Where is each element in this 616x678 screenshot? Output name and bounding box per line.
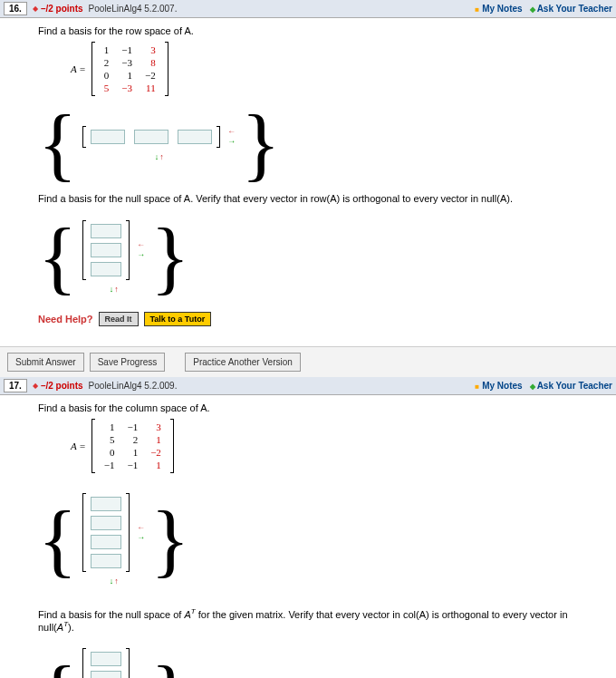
- remove-row-icon[interactable]: ↑: [159, 153, 164, 161]
- remove-row-icon[interactable]: ↑: [114, 577, 119, 586]
- vector-bracket: [82, 126, 220, 148]
- matrix-display: A = 1−13 521 01−2 −1−11: [71, 419, 605, 473]
- remove-col-icon[interactable]: ←: [227, 128, 236, 136]
- question-17-header: 17. ◆ –/2 points PooleLinAlg4 5.2.009. ■…: [0, 377, 616, 395]
- note-icon: ■: [475, 5, 479, 14]
- col-vec-input[interactable]: [91, 535, 121, 549]
- points-label: –/2 points: [41, 4, 83, 14]
- null-at-input[interactable]: [91, 652, 121, 666]
- null-space-answer: { ← → ↓ ↑ }: [38, 211, 605, 303]
- matrix-brackets: 1−13 521 01−2 −1−11: [91, 419, 174, 473]
- matrix-label: A =: [71, 441, 86, 451]
- right-brace-icon: }: [150, 503, 189, 576]
- question-16-header: 16. ◆ –/2 points PooleLinAlg4 5.2.007. ■…: [0, 0, 616, 18]
- remove-col-icon[interactable]: ←: [137, 524, 145, 532]
- question-16-body: Find a basis for the row space of A. A =…: [0, 18, 616, 346]
- bullet-icon: ◆: [33, 382, 38, 390]
- matrix-table: 1−13 521 01−2 −1−11: [98, 421, 168, 471]
- action-bar: Submit Answer Save Progress Practice Ano…: [0, 346, 616, 377]
- add-row-icon[interactable]: ↓: [110, 286, 114, 294]
- left-brace-icon: {: [38, 220, 77, 294]
- null-at-input[interactable]: [91, 671, 121, 678]
- null-vec-input[interactable]: [91, 224, 121, 238]
- add-row-icon[interactable]: ↓: [155, 153, 159, 161]
- null-at-answer: { ← → ↓ ↑: [38, 639, 605, 678]
- practice-another-button[interactable]: Practice Another Version: [185, 353, 301, 372]
- question-number: 16.: [4, 2, 27, 15]
- vector-bracket: [82, 220, 130, 280]
- need-help-row: Need Help? Read It Talk to a Tutor: [38, 312, 605, 326]
- talk-to-tutor-button[interactable]: Talk to a Tutor: [144, 312, 212, 326]
- add-col-icon[interactable]: →: [137, 534, 145, 542]
- bullet-icon: ◆: [530, 383, 535, 391]
- null-vec-input[interactable]: [91, 262, 121, 276]
- source-label: PooleLinAlg4 5.2.009.: [89, 381, 178, 391]
- col-vec-input[interactable]: [91, 497, 121, 511]
- col-vec-input[interactable]: [91, 516, 121, 530]
- points-label: –/2 points: [41, 381, 83, 391]
- left-brace-icon: {: [38, 503, 77, 576]
- matrix-label: A =: [71, 63, 86, 74]
- matrix-display: A = 1−13 2−38 01−2 5−311: [71, 42, 605, 96]
- prompt-text: Find a basis for the row space of A.: [38, 25, 605, 36]
- add-row-icon[interactable]: ↓: [110, 577, 114, 586]
- bullet-icon: ◆: [530, 5, 535, 14]
- prompt-text: Find a basis for the column space of A.: [38, 402, 605, 413]
- row-vec-input[interactable]: [134, 130, 168, 144]
- vector-bracket: [82, 493, 130, 572]
- col-vec-input[interactable]: [91, 554, 121, 568]
- left-brace-icon: {: [38, 658, 77, 678]
- my-notes-link[interactable]: ■My Notes: [475, 381, 522, 391]
- question-number: 17.: [4, 379, 27, 392]
- question-17-body: Find a basis for the column space of A. …: [0, 395, 616, 678]
- matrix-brackets: 1−13 2−38 01−2 5−311: [91, 42, 168, 96]
- prompt-text: Find a basis for the null space of A. Ve…: [38, 193, 605, 204]
- prompt-text: Find a basis for the null space of AT fo…: [38, 607, 605, 632]
- right-brace-icon: }: [150, 220, 189, 294]
- right-brace-icon: }: [150, 658, 189, 678]
- vector-bracket: [82, 648, 130, 678]
- need-help-label: Need Help?: [38, 314, 93, 324]
- right-brace-icon: }: [241, 107, 280, 180]
- my-notes-link[interactable]: ■My Notes: [475, 4, 522, 14]
- bullet-icon: ◆: [33, 5, 38, 13]
- add-col-icon[interactable]: →: [227, 138, 236, 146]
- source-label: PooleLinAlg4 5.2.007.: [89, 4, 178, 14]
- ask-teacher-link[interactable]: ◆Ask Your Teacher: [530, 381, 612, 391]
- row-space-answer: { ← → ↓ ↑ }: [38, 107, 605, 180]
- read-it-button[interactable]: Read It: [99, 312, 139, 326]
- row-vec-input[interactable]: [91, 130, 125, 144]
- matrix-table: 1−13 2−38 01−2 5−311: [98, 44, 162, 94]
- note-icon: ■: [475, 383, 479, 391]
- submit-answer-button[interactable]: Submit Answer: [7, 353, 84, 372]
- remove-col-icon[interactable]: ←: [137, 241, 145, 249]
- ask-teacher-link[interactable]: ◆Ask Your Teacher: [530, 4, 612, 14]
- save-progress-button[interactable]: Save Progress: [90, 353, 166, 372]
- left-brace-icon: {: [38, 107, 77, 180]
- null-vec-input[interactable]: [91, 243, 121, 257]
- col-space-answer: { ← → ↓ ↑: [38, 484, 605, 595]
- add-col-icon[interactable]: →: [137, 251, 145, 259]
- remove-row-icon[interactable]: ↑: [114, 286, 119, 294]
- row-vec-input[interactable]: [178, 130, 212, 144]
